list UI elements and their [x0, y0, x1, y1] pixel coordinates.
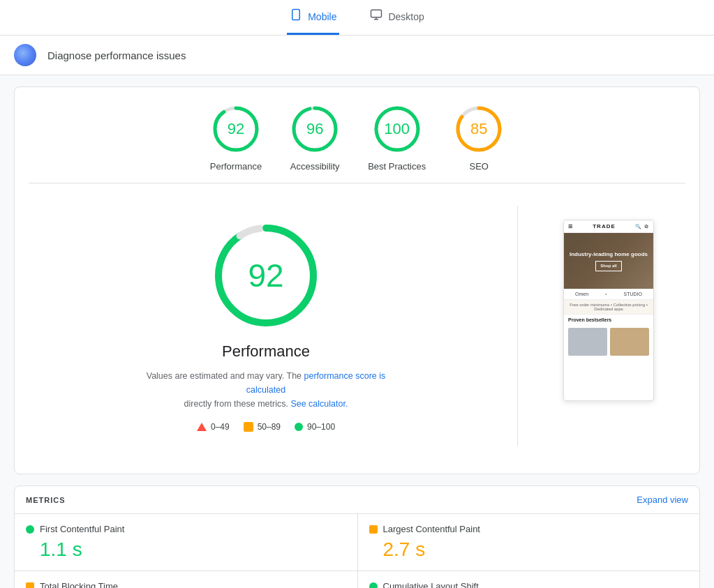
accessibility-circle: 96 [290, 104, 340, 154]
tab-mobile[interactable]: Mobile [287, 0, 339, 35]
green-icon [295, 423, 303, 431]
fcp-header: First Contentful Paint [26, 524, 346, 534]
phone-preview: ☰ TRADE 🔍 ⊙ Industry-leading home goods … [563, 220, 654, 401]
phone-brand: TRADE [593, 223, 616, 229]
tab-desktop[interactable]: Desktop [367, 0, 426, 35]
seo-value: 85 [470, 120, 487, 138]
tbt-indicator [26, 582, 34, 589]
divider [29, 183, 685, 183]
top-bar: Diagnose performance issues [0, 36, 714, 75]
svg-rect-2 [371, 10, 382, 17]
best-practices-value: 100 [384, 120, 410, 138]
product-1 [568, 328, 607, 356]
performance-value: 92 [228, 120, 244, 138]
phone-section-title: Proven bestsellers [564, 315, 653, 325]
app-logo [14, 44, 36, 66]
phone-hero-text: Industry-leading home goods [570, 250, 648, 258]
phone-nav-1: Omen [575, 292, 588, 296]
score-accessibility[interactable]: 96 Accessibility [290, 104, 340, 172]
metrics-header: METRICS Expand view [15, 486, 699, 513]
legend-pass-label: 90–100 [307, 422, 335, 432]
legend-fail-label: 0–49 [211, 422, 230, 432]
seo-label: SEO [470, 161, 489, 172]
score-performance[interactable]: 92 Performance [210, 104, 262, 172]
phone-banner: Free order minimums • Collective pricing… [564, 300, 653, 315]
big-score-circle: 92 [210, 220, 322, 331]
accessibility-label: Accessibility [290, 161, 340, 172]
main-content: 92 Performance 96 Accessibility [0, 75, 714, 588]
metrics-grid: First Contentful Paint 1.1 s Largest Con… [15, 513, 699, 588]
score-best-practices[interactable]: 100 Best Practices [368, 104, 426, 172]
calculator-link[interactable]: See calculator. [290, 399, 348, 409]
best-practices-label: Best Practices [368, 161, 426, 172]
best-practices-circle: 100 [372, 104, 422, 154]
metric-cls: Cumulative Layout Shift 0 [357, 571, 700, 588]
phone-header: ☰ TRADE 🔍 ⊙ [564, 220, 653, 233]
tbt-header: Total Blocking Time [26, 581, 346, 588]
legend-average: 50–89 [244, 422, 281, 432]
detail-section: 92 Performance Values are estimated and … [29, 195, 685, 457]
tab-mobile-label: Mobile [308, 11, 336, 22]
red-icon [197, 423, 207, 431]
big-score-title: Performance [222, 342, 310, 361]
legend-pass: 90–100 [295, 422, 335, 432]
left-panel: 92 Performance Values are estimated and … [29, 206, 503, 446]
seo-circle: 85 [454, 104, 504, 154]
scores-row: 92 Performance 96 Accessibility [29, 104, 685, 172]
tab-bar: Mobile Desktop [0, 0, 714, 36]
score-seo[interactable]: 85 SEO [454, 104, 504, 172]
accessibility-value: 96 [306, 120, 323, 138]
legend: 0–49 50–89 90–100 [197, 422, 335, 432]
page-title: Diagnose performance issues [47, 50, 186, 61]
cls-indicator [369, 582, 378, 589]
desktop-icon [370, 8, 382, 24]
expand-view-link[interactable]: Expand view [637, 495, 688, 505]
cls-name: Cumulative Layout Shift [383, 581, 479, 588]
legend-average-label: 50–89 [258, 422, 281, 432]
metric-lcp: Largest Contentful Paint 2.7 s [357, 513, 700, 571]
lcp-indicator [369, 525, 378, 534]
tab-desktop-label: Desktop [388, 11, 424, 22]
metric-tbt: Total Blocking Time 240 ms [15, 571, 357, 588]
phone-products [564, 325, 653, 359]
mobile-icon [290, 8, 302, 24]
performance-circle: 92 [211, 104, 261, 154]
lcp-name: Largest Contentful Paint [383, 524, 480, 534]
scores-card: 92 Performance 96 Accessibility [14, 86, 700, 474]
phone-hero: Industry-leading home goods Shop all [564, 233, 653, 289]
fcp-value: 1.1 s [26, 538, 346, 561]
cls-header: Cumulative Layout Shift [369, 581, 689, 588]
lcp-header: Largest Contentful Paint [369, 524, 689, 534]
legend-fail: 0–49 [197, 422, 230, 432]
fcp-indicator [26, 525, 34, 534]
performance-label: Performance [210, 161, 262, 172]
phone-nav: Omen • STUDIO [564, 289, 653, 300]
description-text: Values are estimated and may vary. The p… [133, 369, 399, 411]
orange-icon [244, 422, 253, 432]
metrics-title: METRICS [26, 496, 66, 504]
lcp-value: 2.7 s [369, 538, 689, 561]
right-panel: ☰ TRADE 🔍 ⊙ Industry-leading home goods … [532, 206, 685, 446]
product-2 [610, 328, 649, 356]
tbt-name: Total Blocking Time [40, 581, 118, 588]
svg-rect-0 [292, 10, 300, 20]
metrics-section: METRICS Expand view First Contentful Pai… [14, 485, 700, 588]
phone-nav-2: STUDIO [624, 292, 642, 296]
big-score-number: 92 [248, 257, 283, 294]
vertical-divider [517, 206, 518, 446]
metric-fcp: First Contentful Paint 1.1 s [15, 513, 357, 571]
fcp-name: First Contentful Paint [40, 524, 124, 534]
phone-hero-btn: Shop all [595, 261, 621, 271]
